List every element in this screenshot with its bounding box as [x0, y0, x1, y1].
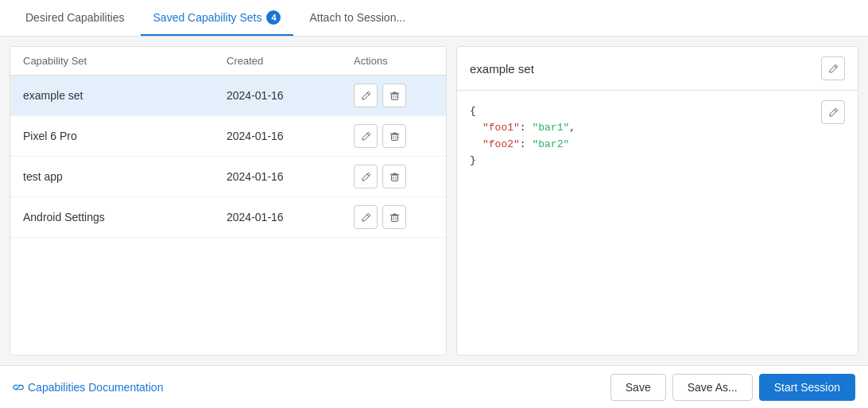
edit-button[interactable] — [354, 84, 378, 107]
tabs-bar: Desired Capabilities Saved Capability Se… — [0, 0, 868, 37]
row-actions — [354, 84, 433, 107]
table-row[interactable]: test app 2024-01-16 — [10, 157, 446, 197]
detail-header: example set — [457, 47, 858, 91]
detail-edit-button[interactable] — [821, 56, 845, 80]
col-actions: Actions — [354, 55, 433, 67]
table-body: example set 2024-01-16 — [10, 76, 446, 355]
delete-button[interactable] — [382, 165, 406, 188]
pencil-icon — [361, 91, 371, 101]
code-value-2: "bar2" — [532, 138, 569, 150]
code-key-2: "foo2" — [482, 138, 520, 150]
edit-button[interactable] — [354, 124, 378, 148]
trash-icon — [389, 172, 400, 182]
tab-saved-capability-sets-label: Saved Capability Sets — [153, 11, 262, 24]
table-row[interactable]: example set 2024-01-16 — [10, 76, 446, 116]
tab-saved-capability-sets[interactable]: Saved Capability Sets 4 — [141, 1, 294, 36]
code-value-1: "bar1" — [532, 122, 569, 134]
start-session-button[interactable]: Start Session — [759, 374, 855, 401]
edit-button[interactable] — [354, 205, 378, 229]
pencil-icon — [828, 107, 839, 118]
main-content: Capability Set Created Actions example s… — [0, 37, 868, 365]
capability-sets-table: Capability Set Created Actions example s… — [10, 46, 447, 356]
tab-desired-capabilities[interactable]: Desired Capabilities — [13, 2, 138, 35]
capability-code: { "foo1": "bar1", "foo2": "bar2" } — [470, 103, 845, 169]
link-icon — [13, 382, 24, 393]
row-created: 2024-01-16 — [227, 170, 354, 183]
table-header: Capability Set Created Actions — [10, 47, 446, 76]
capabilities-docs-link[interactable]: Capabilities Documentation — [13, 381, 163, 394]
row-created: 2024-01-16 — [227, 130, 354, 142]
row-name: test app — [23, 170, 227, 183]
docs-link-label: Capabilities Documentation — [28, 381, 163, 394]
code-open-brace: { — [470, 105, 476, 117]
trash-icon — [389, 131, 400, 142]
row-created: 2024-01-16 — [227, 89, 354, 102]
tab-desired-capabilities-label: Desired Capabilities — [25, 11, 125, 24]
row-actions — [354, 124, 433, 148]
capability-detail-panel: example set { "foo1": "bar1", "foo2": "b… — [456, 46, 858, 356]
detail-body: { "foo1": "bar1", "foo2": "bar2" } — [457, 91, 858, 355]
footer-buttons: Save Save As... Start Session — [610, 374, 855, 401]
pencil-icon — [361, 131, 371, 142]
pencil-icon — [828, 64, 839, 74]
footer: Capabilities Documentation Save Save As.… — [0, 365, 868, 408]
table-row[interactable]: Pixel 6 Pro 2024-01-16 — [10, 116, 446, 157]
code-edit-floating-button[interactable] — [821, 100, 845, 124]
row-name: Android Settings — [23, 211, 227, 223]
svg-rect-1 — [391, 134, 397, 140]
code-key-1: "foo1" — [482, 122, 520, 134]
delete-button[interactable] — [382, 205, 406, 229]
pencil-icon — [361, 172, 371, 182]
save-button[interactable]: Save — [610, 374, 666, 401]
tab-saved-badge: 4 — [266, 10, 281, 25]
row-name: example set — [23, 89, 227, 102]
tab-attach-label: Attach to Session... — [309, 11, 405, 24]
row-actions — [354, 205, 433, 229]
delete-button[interactable] — [382, 124, 406, 148]
table-row[interactable]: Android Settings 2024-01-16 — [10, 197, 446, 238]
code-close-brace: } — [470, 154, 476, 166]
row-actions — [354, 165, 433, 188]
row-name: Pixel 6 Pro — [23, 130, 227, 142]
save-as-button[interactable]: Save As... — [672, 374, 753, 401]
row-created: 2024-01-16 — [227, 211, 354, 223]
trash-icon — [389, 91, 400, 101]
col-created: Created — [227, 55, 354, 67]
edit-button[interactable] — [354, 165, 378, 188]
svg-rect-0 — [391, 94, 397, 99]
trash-icon — [389, 212, 400, 223]
svg-rect-3 — [391, 216, 397, 221]
svg-rect-2 — [391, 175, 397, 181]
delete-button[interactable] — [382, 84, 406, 107]
pencil-icon — [361, 212, 371, 223]
tab-attach-to-session[interactable]: Attach to Session... — [296, 2, 418, 35]
detail-title: example set — [470, 62, 534, 76]
col-capability-set: Capability Set — [23, 55, 227, 67]
